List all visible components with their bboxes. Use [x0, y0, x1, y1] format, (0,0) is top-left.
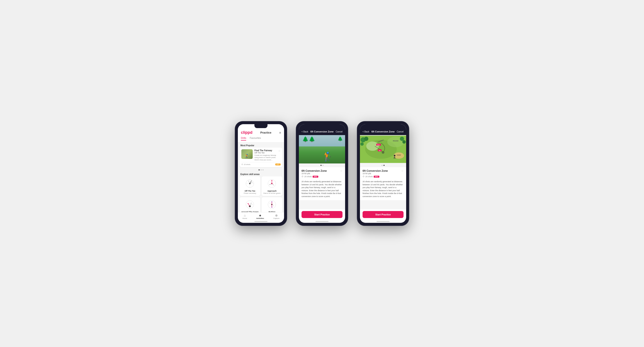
skill-card-putting[interactable]: Putting Make and lag practice [262, 197, 282, 212]
skill-card-approach[interactable]: Approach Dial-in to hit the green [262, 176, 282, 196]
activities-icon: ♣ [259, 214, 261, 217]
skill-card-ott[interactable]: Off The Tee Power accuracy [240, 176, 260, 196]
drill-meta: ⏱ 10 shots OTT [241, 162, 280, 165]
svg-point-34 [364, 137, 368, 141]
p3-drill-detail-header: 6ft Conversion Zone 10-50 yds ⏱ 20 shots… [362, 169, 404, 179]
p3-drill-title: 6ft Conversion Zone [372, 130, 394, 133]
svg-line-10 [269, 184, 272, 185]
capture-icon: ⊕ [275, 214, 278, 217]
skill-putting-icon [267, 200, 277, 209]
skill-ott-desc: Power accuracy [241, 192, 258, 194]
shots-info: ⏱ 10 shots [241, 163, 250, 165]
p2-drill-detail-header: 6ft Conversion Zone 10-50 yds ⏱ 20 shots… [302, 169, 342, 179]
drill-card-inner: Find The Fairway Off The Tee ☆ Create an… [241, 149, 280, 161]
drill-description: Create an imaginary fairway using trees … [254, 154, 280, 161]
nav-activities-label: Activities [256, 217, 264, 219]
dot-3[interactable] [262, 169, 264, 170]
most-popular-label: Most Popular [238, 143, 284, 148]
svg-point-25 [272, 207, 272, 208]
hamburger-icon[interactable]: ≡ [279, 131, 281, 134]
app-logo: clippd [241, 130, 252, 135]
nav-activities[interactable]: ♣ Activities [256, 214, 264, 219]
drill-info: Find The Fairway Off The Tee ☆ Create an… [254, 149, 280, 161]
p2-favourite-star-icon[interactable]: ☆ [340, 169, 342, 172]
trees-left: 🌲🌲 [302, 136, 315, 142]
skill-ott-name: Off The Tee [241, 190, 258, 192]
tab-favourites[interactable]: Favourites [250, 137, 261, 141]
start-practice-button-2[interactable]: Start Practice [302, 211, 342, 218]
drill-subtitle: Off The Tee [254, 152, 272, 154]
home-indicator-2 [316, 221, 328, 222]
svg-line-11 [272, 184, 274, 185]
p3-favourite-star-icon[interactable]: ☆ [401, 169, 404, 172]
carousel-dots [238, 168, 284, 171]
p1-content: Most Popular Find The Fairway Off The Te… [238, 143, 284, 212]
skill-approach-icon [267, 179, 277, 189]
p2-dot-2[interactable] [322, 165, 324, 166]
back-button-3[interactable]: < Back [362, 131, 369, 133]
drill-card-find-fairway[interactable]: Find The Fairway Off The Tee ☆ Create an… [240, 148, 282, 167]
skill-card-atg[interactable]: Around The Green Hone your short game [240, 197, 260, 212]
phone-1-notch [254, 124, 268, 128]
home-icon: ⌂ [244, 214, 246, 217]
skill-approach-desc: Dial-in to hit the green [263, 192, 280, 194]
nav-capture[interactable]: ⊕ Capture [273, 214, 279, 219]
back-button-2[interactable]: < Back [302, 131, 308, 133]
phone-2-notch [316, 124, 328, 128]
tab-drills[interactable]: Drills [241, 137, 246, 141]
p3-drill-name: 6ft Conversion Zone [362, 169, 388, 172]
p2-drill-title: 6ft Conversion Zone [310, 130, 334, 133]
phone-1: clippd Practice ≡ Drills Favourites Most… [235, 121, 287, 226]
p2-badge-arg: ARG [313, 176, 318, 178]
phone-1-screen: clippd Practice ≡ Drills Favourites Most… [238, 124, 284, 223]
skill-ott-icon-area [241, 178, 258, 189]
p3-dot-1[interactable] [382, 165, 382, 166]
favourite-star-icon[interactable]: ☆ [278, 149, 280, 154]
nav-home[interactable]: ⌂ Home [242, 214, 247, 219]
cancel-button-3[interactable]: Cancel [397, 131, 404, 133]
cancel-button-2[interactable]: Cancel [336, 131, 342, 133]
p3-dot-2[interactable] [384, 165, 384, 166]
p3-clock-icon: ⏱ [362, 175, 364, 178]
svg-point-35 [360, 142, 364, 146]
skill-approach-name: Approach [263, 190, 280, 192]
p1-header-top: clippd Practice ≡ [241, 130, 281, 135]
nav-title: Practice [260, 131, 272, 134]
svg-line-5 [248, 180, 250, 184]
p3-badge-arg: ARG [374, 176, 379, 178]
nav-home-label: Home [242, 217, 247, 219]
skill-grid: Off The Tee Power accuracy [238, 176, 284, 212]
drill-thumb-image [241, 149, 253, 159]
p2-drill-shots: ⏱ 20 shots ARG [302, 175, 327, 178]
skill-approach-icon-area [263, 178, 280, 189]
badge-ott: OTT [275, 163, 280, 165]
phone-3: < Back 6ft Conversion Zone Cancel [357, 121, 409, 226]
svg-point-24 [272, 201, 272, 202]
p3-drill-detail-body: 6ft Conversion Zone 10-50 yds ⏱ 20 shots… [360, 167, 406, 200]
phone-3-notch [376, 124, 390, 128]
p2-shots-count: 20 shots [304, 175, 312, 178]
svg-point-27 [274, 205, 274, 206]
svg-text:SAND: SAND [397, 154, 401, 156]
skill-ott-icon [245, 179, 255, 189]
svg-point-18 [251, 203, 252, 204]
start-practice-button-3[interactable]: Start Practice [362, 211, 404, 218]
dot-1[interactable] [258, 169, 260, 170]
shots-count: 10 shots [244, 163, 250, 165]
svg-line-15 [248, 204, 250, 206]
dot-2[interactable] [260, 169, 262, 170]
p2-content: 🌲🌲 🌲 🏌️ 6ft Conversion Zone 10- [299, 135, 345, 209]
p2-drill-description: 20 shots are randomly generated at dista… [302, 180, 342, 198]
nav-capture-label: Capture [273, 217, 279, 219]
drill-map-image: Miss Hit FAIRWAY ROUGH SAND [360, 135, 406, 163]
course-map-svg: Miss Hit FAIRWAY ROUGH SAND [360, 135, 406, 163]
p2-drill-range: 10-50 yds [302, 172, 327, 175]
p2-dot-1[interactable] [320, 165, 322, 166]
p3-content: Miss Hit FAIRWAY ROUGH SAND [360, 135, 406, 209]
p2-drill-name: 6ft Conversion Zone [302, 169, 327, 172]
home-indicator-3 [376, 221, 390, 222]
phones-container: clippd Practice ≡ Drills Favourites Most… [235, 121, 409, 226]
explore-skills-label: Explore skill areas [238, 171, 284, 176]
p1-tabs: Drills Favourites [241, 137, 281, 141]
trees-right: 🌲 [338, 136, 343, 141]
